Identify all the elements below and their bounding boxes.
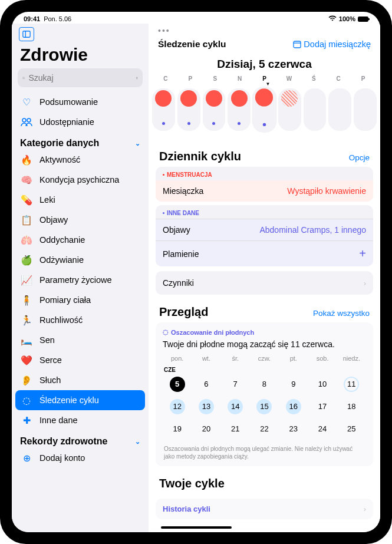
search-field[interactable] <box>18 68 143 87</box>
cal-day-fertile[interactable]: 14 <box>228 399 243 414</box>
svg-rect-4 <box>136 77 137 78</box>
other-data-dot-icon <box>238 122 241 125</box>
sidebar-item-meds[interactable]: 💊Leki <box>12 190 149 210</box>
factors-row[interactable]: Czynniki › <box>156 271 373 295</box>
sidebar-item-cycle[interactable]: ◌Śledzenie cyklu <box>15 390 145 410</box>
spotting-row[interactable]: Plamienie + <box>156 240 373 266</box>
sidebar-item-heart[interactable]: ❤️Serce <box>12 350 149 370</box>
sidebar-toggle-button[interactable] <box>19 27 34 41</box>
sidebar-item-hearing[interactable]: 👂Słuch <box>12 370 149 390</box>
cycle-day[interactable] <box>304 88 327 131</box>
chevron-down-icon: ⌄ <box>135 438 140 446</box>
other-data-dot-icon <box>162 122 165 125</box>
other-data-dot-icon <box>212 122 215 125</box>
your-cycles-title: Twoje cykle <box>159 477 225 490</box>
cycle-day[interactable] <box>328 88 351 131</box>
cycle-day[interactable] <box>228 88 251 131</box>
home-indicator[interactable] <box>161 526 232 529</box>
cal-day-fertile[interactable]: 13 <box>199 399 214 414</box>
calendar-icon <box>293 40 301 48</box>
fertile-window-card[interactable]: ◌Oszacowanie dni płodnych Twoje dni płod… <box>156 322 373 466</box>
sidebar-item-other[interactable]: ✚Inne dane <box>12 410 149 430</box>
sidebar-section-categories[interactable]: Kategorie danych ⌄ <box>12 132 149 150</box>
cycle-day[interactable] <box>152 88 175 131</box>
cal-day[interactable]: 23 <box>286 421 301 437</box>
cal-day[interactable]: 24 <box>315 421 330 437</box>
cal-day-fertile[interactable]: 16 <box>286 399 301 414</box>
sidebar-item-vitals[interactable]: 📈Parametry życiowe <box>12 270 149 290</box>
cal-day[interactable]: 21 <box>228 421 243 437</box>
cycle-log-options[interactable]: Opcje <box>349 153 370 162</box>
period-dot-icon <box>231 90 248 107</box>
add-period-button[interactable]: Dodaj miesiączkę <box>293 39 371 49</box>
screen-title: Śledzenie cyklu <box>158 39 226 50</box>
flame-icon: 🔥 <box>20 153 33 166</box>
cal-day[interactable]: 10 <box>315 377 330 392</box>
cal-day[interactable]: 7 <box>228 377 243 392</box>
other-data-dot-icon <box>187 122 190 125</box>
cal-day-today[interactable]: 5 <box>170 377 185 392</box>
cycle-day[interactable] <box>354 88 377 131</box>
sidebar-label: Podsumowanie <box>39 97 98 107</box>
svg-rect-0 <box>23 31 30 38</box>
chevron-right-icon: › <box>364 279 366 288</box>
sidebar-item-respiratory[interactable]: 🫁Oddychanie <box>12 230 149 250</box>
cal-day[interactable]: 22 <box>256 421 272 437</box>
sidebar-item-sleep[interactable]: 🛏️Sen <box>12 330 149 350</box>
day-letter-row: C P S N P W Ś C P <box>149 73 380 83</box>
sidebar-item-body[interactable]: 🧍Pomiary ciała <box>12 290 149 310</box>
period-row[interactable]: Miesiączka Wystąpiło krwawienie <box>156 180 373 202</box>
cycle-day[interactable] <box>278 88 301 131</box>
cycle-history-row[interactable]: Historia cykli › <box>156 499 373 519</box>
search-icon <box>22 74 25 83</box>
cal-day[interactable]: 25 <box>344 421 359 437</box>
heart-icon: ❤️ <box>20 354 33 367</box>
search-input[interactable] <box>29 73 132 83</box>
cal-day-fertile[interactable]: 12 <box>170 399 185 414</box>
period-dot-icon <box>155 90 172 107</box>
other-data-card: INNE DANE Objawy Abdominal Cramps, 1 inn… <box>156 205 373 266</box>
plus-icon: ⊕ <box>20 451 33 464</box>
sidebar-item-mobility[interactable]: 🏃Ruchliwość <box>12 310 149 330</box>
cal-day[interactable]: 9 <box>286 377 301 392</box>
symptoms-row[interactable]: Objawy Abdominal Cramps, 1 innego <box>156 219 373 240</box>
cal-day[interactable]: 17 <box>315 399 330 414</box>
cycle-day[interactable] <box>177 88 200 131</box>
cal-day[interactable]: 6 <box>199 377 214 392</box>
chevron-right-icon: › <box>364 505 366 513</box>
sidebar-item-add-account[interactable]: ⊕Dodaj konto <box>12 448 149 468</box>
sidebar-item-symptoms[interactable]: 📋Objawy <box>12 210 149 230</box>
cal-day[interactable]: 18 <box>344 399 359 414</box>
sidebar-section-records[interactable]: Rekordy zdrowotne ⌄ <box>12 430 149 448</box>
period-dot-icon <box>255 88 273 106</box>
cal-day[interactable]: 8 <box>256 377 272 392</box>
wifi-icon <box>328 15 337 22</box>
cal-day-fertile[interactable]: 15 <box>256 399 272 414</box>
sidebar-item-summary[interactable]: ♡ Podsumowanie <box>12 92 149 112</box>
lungs-icon: 🫁 <box>20 233 33 246</box>
other-data-dot-icon <box>263 123 266 126</box>
cal-day-fertile[interactable]: 11 <box>344 377 359 392</box>
sidebar-item-nutrition[interactable]: 🍏Odżywianie <box>12 250 149 270</box>
cal-day[interactable]: 19 <box>170 421 185 437</box>
chevron-down-icon: ⌄ <box>135 140 140 147</box>
today-header: Dzisiaj, 5 czerwca <box>149 53 380 73</box>
sidebar-label: Udostępnianie <box>39 117 94 127</box>
mic-icon[interactable] <box>136 74 139 83</box>
predicted-period-dot-icon <box>281 90 298 107</box>
sidebar-item-sharing[interactable]: Udostępnianie <box>12 112 149 132</box>
fertile-disclaimer: Oszacowania dni płodnych mogą ulegać zmi… <box>163 440 366 461</box>
cycle-day-today[interactable] <box>252 87 277 133</box>
figure-icon: 🧍 <box>20 294 33 306</box>
svg-line-3 <box>24 78 25 79</box>
svg-point-5 <box>22 118 26 122</box>
cycle-day-strip[interactable] <box>149 87 380 139</box>
cal-day[interactable]: 20 <box>199 421 214 437</box>
sidebar-item-activity[interactable]: 🔥Aktywność <box>12 150 149 170</box>
overview-show-all[interactable]: Pokaż wszystko <box>313 309 370 318</box>
more-menu[interactable]: ••• <box>149 24 380 38</box>
sidebar-item-mental[interactable]: 🧠Kondycja psychiczna <box>12 170 149 190</box>
overview-title: Przegląd <box>159 305 208 319</box>
people-icon <box>20 116 33 128</box>
cycle-day[interactable] <box>203 88 226 131</box>
